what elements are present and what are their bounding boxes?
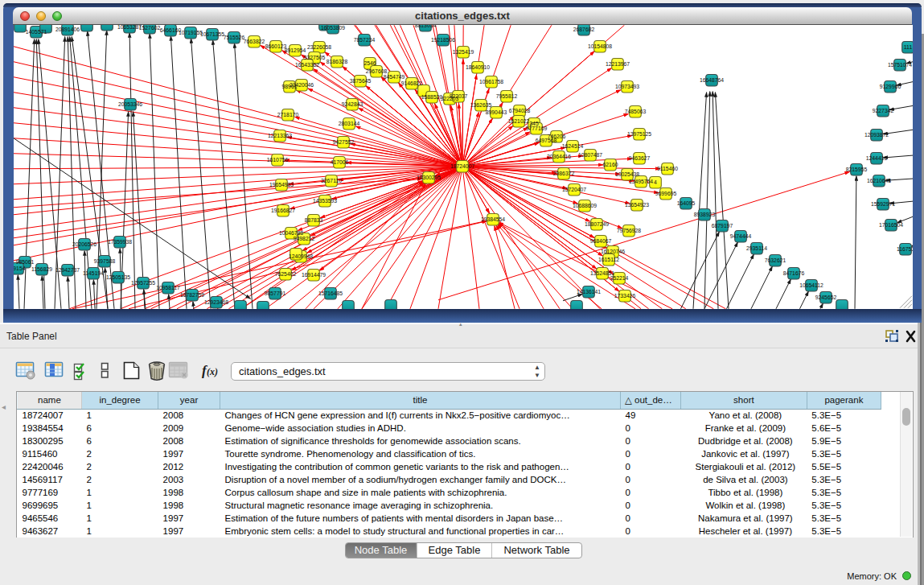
svg-text:9129966: 9129966 xyxy=(880,84,901,89)
svg-text:17359938: 17359938 xyxy=(108,239,132,245)
svg-text:10654112: 10654112 xyxy=(799,282,823,288)
svg-text:10958117: 10958117 xyxy=(156,285,180,290)
svg-text:16120746: 16120746 xyxy=(601,249,625,254)
svg-text:10046788: 10046788 xyxy=(279,230,303,236)
svg-text:417006: 417006 xyxy=(331,159,349,165)
svg-text:822037: 822037 xyxy=(450,93,468,99)
svg-text:1588520: 1588520 xyxy=(421,94,443,100)
svg-text:1527602: 1527602 xyxy=(139,25,161,31)
svg-text:985061: 985061 xyxy=(16,259,35,265)
svg-text:15720407: 15720407 xyxy=(562,187,586,192)
svg-text:10025438: 10025438 xyxy=(615,171,639,177)
svg-text:(x): (x) xyxy=(207,366,218,377)
svg-text:7857234: 7857234 xyxy=(354,37,376,43)
svg-text:13975125: 13975125 xyxy=(627,131,651,137)
svg-text:7485063: 7485063 xyxy=(625,109,647,114)
svg-text:1615112: 1615112 xyxy=(598,257,619,262)
svg-text:7955812: 7955812 xyxy=(496,93,518,99)
svg-text:9777169: 9777169 xyxy=(526,126,548,131)
svg-text:19384554: 19384554 xyxy=(481,216,505,222)
svg-text:9227342: 9227342 xyxy=(873,108,894,113)
svg-text:18300295: 18300295 xyxy=(417,175,441,180)
svg-text:10961758: 10961758 xyxy=(479,79,503,84)
svg-text:79756928: 79756928 xyxy=(617,228,641,233)
svg-text:19654983: 19654983 xyxy=(269,182,294,187)
svg-text:19218506: 19218506 xyxy=(431,37,455,43)
svg-text:18807249: 18807249 xyxy=(585,221,609,227)
svg-text:1244415: 1244415 xyxy=(866,155,888,161)
svg-text:17957255: 17957255 xyxy=(131,280,155,286)
svg-text:111: 111 xyxy=(904,44,913,50)
svg-text:13654923: 13654923 xyxy=(625,202,649,208)
svg-text:9397588: 9397588 xyxy=(94,258,116,264)
svg-text:8813054: 8813054 xyxy=(415,25,437,28)
svg-text:1733426: 1733426 xyxy=(614,293,636,299)
svg-text:18640910: 18640910 xyxy=(466,64,490,70)
svg-text:12942737: 12942737 xyxy=(55,267,80,273)
svg-text:9242843: 9242843 xyxy=(342,101,363,107)
svg-text:4: 4 xyxy=(654,179,657,185)
svg-text:16210643: 16210643 xyxy=(867,178,891,183)
svg-text:7632621: 7632621 xyxy=(765,257,786,263)
svg-text:8215955: 8215955 xyxy=(846,167,868,172)
svg-text:7663822: 7663822 xyxy=(244,39,265,44)
svg-text:6879197: 6879197 xyxy=(712,223,733,229)
svg-text:16648764: 16648764 xyxy=(700,77,724,83)
svg-text:14353593: 14353593 xyxy=(313,198,337,204)
svg-text:16914479: 16914479 xyxy=(302,272,326,278)
svg-text:2803144: 2803144 xyxy=(339,121,360,126)
svg-text:1362635: 1362635 xyxy=(470,102,492,108)
svg-text:10807487: 10807487 xyxy=(578,152,602,158)
svg-text:8660123: 8660123 xyxy=(265,43,287,49)
svg-text:10973493: 10973493 xyxy=(615,84,639,89)
svg-text:2935114: 2935114 xyxy=(746,245,767,251)
svg-text:887833: 887833 xyxy=(305,217,323,223)
svg-text:9857791: 9857791 xyxy=(265,290,286,296)
svg-text:16053809: 16053809 xyxy=(321,25,345,31)
svg-text:12213967: 12213967 xyxy=(606,61,630,67)
svg-text:9146821: 9146821 xyxy=(401,80,423,86)
svg-text:9474444: 9474444 xyxy=(730,233,752,239)
svg-text:20891406: 20891406 xyxy=(55,27,80,32)
svg-text:12505135: 12505135 xyxy=(106,274,130,280)
svg-text:10154808: 10154808 xyxy=(588,43,612,49)
svg-text:10688609: 10688609 xyxy=(573,203,597,208)
svg-text:8912954: 8912954 xyxy=(285,47,306,53)
svg-text:8186328: 8186328 xyxy=(326,59,348,64)
svg-text:9327505: 9327505 xyxy=(304,55,326,60)
svg-text:2986372: 2986372 xyxy=(553,171,575,176)
svg-text:1156829: 1156829 xyxy=(31,266,52,272)
svg-text:1610756: 1610756 xyxy=(267,157,289,163)
svg-text:10719155: 10719155 xyxy=(179,30,203,35)
svg-text:15716485: 15716485 xyxy=(318,290,343,296)
svg-text:1621022: 1621022 xyxy=(508,118,530,124)
svg-text:10653287: 10653287 xyxy=(117,25,142,30)
svg-text:12093872: 12093872 xyxy=(864,132,889,138)
svg-text:20053346: 20053346 xyxy=(118,101,142,107)
svg-text:12923468: 12923468 xyxy=(204,299,228,305)
svg-text:16782759: 16782759 xyxy=(180,292,204,298)
svg-text:9498212: 9498212 xyxy=(294,236,315,241)
svg-text:10671355: 10671355 xyxy=(200,31,224,37)
svg-text:9684067: 9684067 xyxy=(590,238,612,244)
svg-text:9427552: 9427552 xyxy=(333,139,355,145)
svg-text:20206526: 20206526 xyxy=(72,241,97,247)
svg-text:19166827: 19166827 xyxy=(271,208,295,213)
svg-text:23226058: 23226058 xyxy=(307,44,331,50)
svg-text:164095: 164095 xyxy=(677,200,696,206)
svg-text:8938923: 8938923 xyxy=(694,212,716,217)
svg-text:116753: 116753 xyxy=(897,246,913,252)
svg-text:2967608: 2967608 xyxy=(366,68,388,74)
svg-text:23420046: 23420046 xyxy=(290,82,314,88)
svg-text:9115460: 9115460 xyxy=(657,166,678,171)
svg-text:2718170: 2718170 xyxy=(277,112,299,117)
svg-text:1624514: 1624514 xyxy=(562,143,584,149)
svg-text:1405571: 1405571 xyxy=(26,29,47,35)
svg-text:15592971: 15592971 xyxy=(871,201,895,207)
svg-text:18724007: 18724007 xyxy=(450,163,474,169)
svg-text:39154: 39154 xyxy=(14,266,26,271)
svg-text:8454749: 8454749 xyxy=(384,74,405,80)
svg-text:3875645: 3875645 xyxy=(350,78,372,84)
svg-text:8990443: 8990443 xyxy=(486,109,507,115)
svg-text:7515526: 7515526 xyxy=(224,35,245,40)
